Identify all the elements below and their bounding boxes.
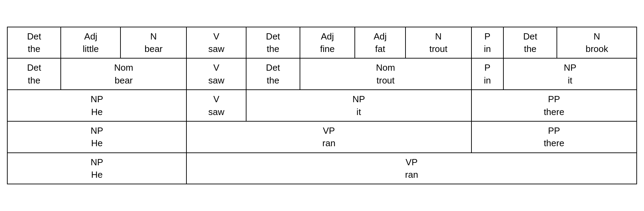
parse-table: DettheAdjlittleNbearVsawDettheAdjfineAdj… — [7, 27, 637, 185]
r0c6: Adjfat — [355, 27, 405, 59]
r0c1: Adjlittle — [61, 27, 120, 59]
r1c0: Detthe — [7, 58, 61, 90]
r0c5: Adjfine — [300, 27, 355, 59]
r4c0: NPHe — [7, 153, 186, 184]
r1c2: Vsaw — [186, 58, 246, 90]
r2c3: PPthere — [471, 90, 637, 121]
r0c0: Detthe — [7, 27, 61, 59]
r0c4: Detthe — [246, 27, 300, 59]
r1c1: Nombear — [61, 58, 186, 90]
r0c3: Vsaw — [186, 27, 246, 59]
r1c3: Detthe — [246, 58, 300, 90]
row-3: NPHeVPranPPthere — [7, 121, 637, 153]
r3c2: PPthere — [471, 121, 637, 153]
r0c9: Detthe — [503, 27, 557, 59]
r1c6: NPit — [503, 58, 637, 90]
r0c10: Nbrook — [557, 27, 637, 59]
row-4: NPHeVPran — [7, 153, 637, 184]
r4c1: VPran — [186, 153, 637, 184]
r2c0: NPHe — [7, 90, 186, 121]
r0c8: Pin — [471, 27, 504, 59]
r0c2: Nbear — [120, 27, 186, 59]
r2c2: NPit — [246, 90, 471, 121]
row-0: DettheAdjlittleNbearVsawDettheAdjfineAdj… — [7, 27, 637, 59]
r2c1: Vsaw — [186, 90, 246, 121]
r3c0: NPHe — [7, 121, 186, 153]
row-1: DettheNombearVsawDettheNomtroutPinNPit — [7, 58, 637, 90]
r1c4: Nomtrout — [300, 58, 471, 90]
r1c5: Pin — [471, 58, 504, 90]
row-2: NPHeVsawNPitPPthere — [7, 90, 637, 121]
r0c7: Ntrout — [405, 27, 471, 59]
r3c1: VPran — [186, 121, 471, 153]
